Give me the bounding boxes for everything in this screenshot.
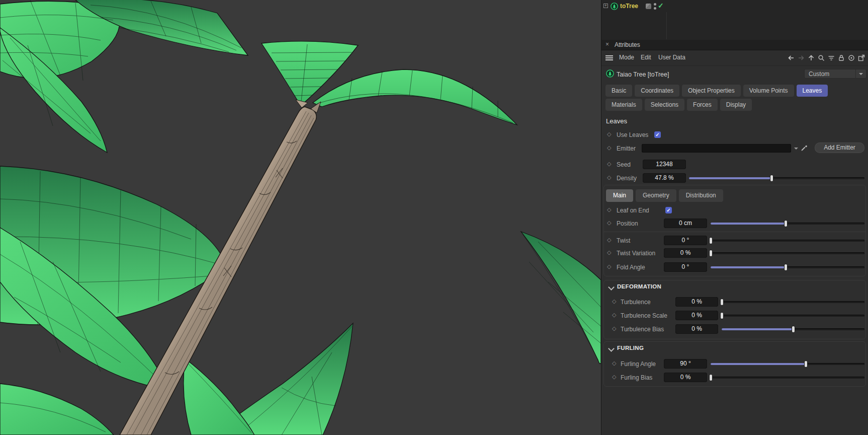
- param-furling-angle: ◇ Furling Angle 90 °: [601, 359, 868, 369]
- param-fold-angle: ◇ Fold Angle 0 °: [601, 262, 868, 272]
- enable-dots-icon[interactable]: [654, 3, 656, 10]
- furling-bias-value[interactable]: 0 %: [664, 373, 707, 382]
- lock-icon[interactable]: [837, 54, 845, 62]
- menu-user-data[interactable]: User Data: [658, 54, 685, 61]
- keyframe-diamond-icon[interactable]: ◇: [612, 360, 616, 367]
- keyframe-diamond-icon[interactable]: ◇: [612, 298, 616, 305]
- target-icon[interactable]: [847, 54, 855, 62]
- subtab-distribution[interactable]: Distribution: [679, 189, 723, 202]
- keyframe-diamond-icon[interactable]: ◇: [612, 374, 616, 380]
- hamburger-icon[interactable]: [605, 55, 613, 56]
- preset-value: Custom: [809, 70, 829, 78]
- param-furling-bias: ◇ Furling Bias 0 %: [601, 373, 868, 383]
- param-label: Twist: [617, 237, 630, 244]
- tab-selections[interactable]: Selections: [645, 99, 684, 111]
- param-label: Fold Angle: [617, 264, 645, 271]
- turbulence-slider[interactable]: [722, 297, 864, 307]
- turbulence-scale-value[interactable]: 0 %: [675, 311, 718, 320]
- tree-object-icon: [611, 3, 618, 12]
- emitter-input[interactable]: [642, 144, 791, 153]
- keyframe-diamond-icon[interactable]: ◇: [607, 249, 611, 256]
- position-value[interactable]: 0 cm: [664, 219, 707, 228]
- param-label: Leaf on End: [617, 207, 649, 214]
- keyframe-diamond-icon[interactable]: ◇: [607, 237, 611, 243]
- fold-angle-slider[interactable]: [711, 262, 864, 272]
- twist-slider[interactable]: [711, 236, 864, 245]
- popout-icon[interactable]: [857, 54, 865, 62]
- expand-icon[interactable]: +: [603, 4, 608, 8]
- position-slider[interactable]: [711, 219, 864, 228]
- tab-basic[interactable]: Basic: [605, 85, 632, 97]
- keyframe-diamond-icon[interactable]: ◇: [607, 263, 611, 270]
- menu-edit[interactable]: Edit: [641, 54, 651, 61]
- furling-header[interactable]: FURLING: [601, 345, 868, 353]
- close-icon[interactable]: ×: [605, 41, 609, 48]
- keyframe-diamond-icon[interactable]: ◇: [607, 131, 611, 137]
- tab-materials[interactable]: Materials: [605, 99, 642, 111]
- seed-value[interactable]: 12348: [643, 160, 686, 169]
- eyedropper-icon[interactable]: [801, 144, 808, 153]
- turbulence-bias-slider[interactable]: [722, 324, 864, 334]
- forward-arrow-icon[interactable]: [797, 54, 805, 62]
- density-value[interactable]: 47.8 %: [643, 173, 686, 183]
- search-icon[interactable]: [817, 54, 825, 62]
- tab-leaves[interactable]: Leaves: [797, 85, 828, 97]
- fold-angle-value[interactable]: 0 °: [664, 262, 707, 272]
- twist-value[interactable]: 0 °: [664, 236, 707, 245]
- tab-coordinates[interactable]: Coordinates: [635, 85, 679, 97]
- object-manager-item[interactable]: + toTree ✓: [601, 1, 868, 11]
- use-leaves-checkbox[interactable]: [654, 131, 661, 138]
- turbulence-bias-value[interactable]: 0 %: [675, 324, 718, 334]
- leaf-on-end-checkbox[interactable]: [665, 207, 672, 213]
- subtab-geometry[interactable]: Geometry: [636, 189, 676, 202]
- tab-forces[interactable]: Forces: [687, 99, 718, 111]
- filter-icon[interactable]: [827, 54, 835, 62]
- attributes-menubar: Mode Edit User Data: [601, 50, 868, 66]
- subtab-row: Main Geometry Distribution: [606, 189, 723, 202]
- tab-display[interactable]: Display: [720, 99, 752, 111]
- keyframe-diamond-icon[interactable]: ◇: [607, 161, 611, 167]
- furling-angle-slider[interactable]: [711, 359, 864, 369]
- keyframe-diamond-icon[interactable]: ◇: [607, 144, 611, 151]
- turbulence-value[interactable]: 0 %: [675, 297, 718, 307]
- keyframe-diamond-icon[interactable]: ◇: [607, 220, 611, 226]
- subtab-main[interactable]: Main: [606, 189, 633, 202]
- param-label: Twist Variation: [617, 250, 655, 257]
- param-label: Emitter: [617, 145, 636, 152]
- twist-variation-slider[interactable]: [711, 248, 864, 258]
- layer-tag-icon[interactable]: [646, 4, 651, 9]
- furling-bias-slider[interactable]: [711, 373, 864, 382]
- up-arrow-icon[interactable]: [807, 54, 815, 62]
- density-slider[interactable]: [689, 173, 864, 183]
- chevron-down-icon[interactable]: [608, 345, 615, 352]
- add-emitter-button[interactable]: Add Emitter: [815, 142, 864, 153]
- param-use-leaves: ◇ Use Leaves: [601, 130, 868, 140]
- turbulence-scale-slider[interactable]: [722, 311, 864, 320]
- keyframe-diamond-icon[interactable]: ◇: [612, 325, 616, 332]
- furling-angle-value[interactable]: 90 °: [664, 359, 707, 369]
- param-emitter: ◇ Emitter Add Emitter: [601, 143, 868, 154]
- attributes-titlebar: × Attributes: [601, 40, 868, 50]
- menu-mode[interactable]: Mode: [619, 54, 634, 61]
- object-item-label[interactable]: toTree: [620, 3, 638, 10]
- deformation-header[interactable]: DEFORMATION: [601, 283, 868, 292]
- viewport-3d[interactable]: [0, 0, 601, 435]
- enabled-check-icon[interactable]: ✓: [658, 2, 664, 10]
- keyframe-diamond-icon[interactable]: ◇: [612, 312, 616, 318]
- chevron-down-icon[interactable]: [855, 69, 866, 78]
- tab-volume-points[interactable]: Volume Points: [743, 85, 794, 97]
- back-arrow-icon[interactable]: [787, 54, 795, 62]
- keyframe-diamond-icon[interactable]: ◇: [607, 206, 611, 213]
- chevron-down-icon[interactable]: [608, 284, 615, 291]
- preset-dropdown[interactable]: Custom: [804, 69, 866, 79]
- twist-variation-value[interactable]: 0 %: [664, 248, 707, 258]
- object-manager: + toTree ✓: [601, 0, 868, 40]
- chevron-down-icon[interactable]: [794, 148, 798, 150]
- param-twist: ◇ Twist 0 °: [601, 236, 868, 246]
- tab-row-2: Materials Selections Forces Display: [605, 99, 752, 111]
- keyframe-diamond-icon[interactable]: ◇: [607, 174, 611, 181]
- panel-title: Attributes: [615, 41, 640, 48]
- param-label: Turbulence Bias: [621, 326, 664, 333]
- tab-object-properties[interactable]: Object Properties: [682, 85, 741, 97]
- param-density: ◇ Density 47.8 %: [601, 173, 868, 183]
